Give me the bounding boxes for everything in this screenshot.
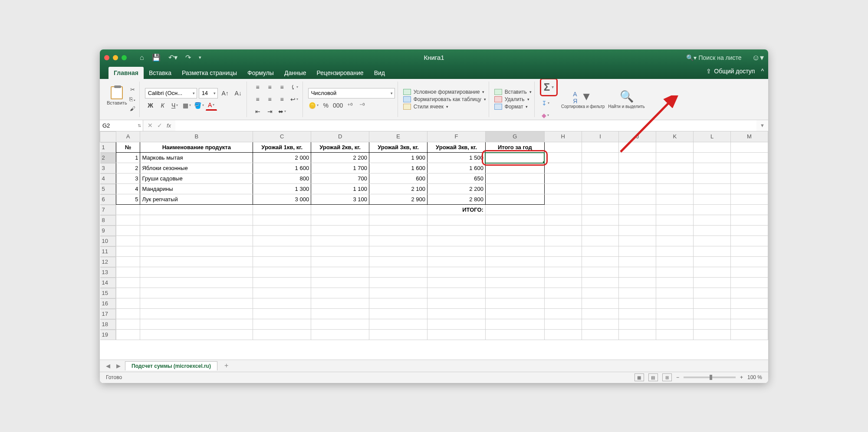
home-icon[interactable]: ⌂ xyxy=(140,54,144,62)
cell-L12[interactable] xyxy=(694,257,731,267)
cell-E13[interactable] xyxy=(369,267,427,278)
cell-L1[interactable] xyxy=(694,142,731,153)
tab-view[interactable]: Вид xyxy=(369,67,390,79)
cell-B14[interactable] xyxy=(140,278,253,288)
view-page-layout-icon[interactable]: ▤ xyxy=(648,373,658,381)
align-right-icon[interactable]: ≡ xyxy=(276,94,288,105)
qat-chevron-icon[interactable]: ▾ xyxy=(199,55,201,60)
cell-G9[interactable] xyxy=(485,226,544,236)
cell-J17[interactable] xyxy=(619,309,656,319)
col-header-L[interactable]: L xyxy=(694,131,731,142)
cell-E3[interactable]: 1 600 xyxy=(369,163,427,173)
tab-insert[interactable]: Вставка xyxy=(144,67,177,79)
cell-A5[interactable]: 4 xyxy=(116,184,140,194)
cell-M6[interactable] xyxy=(731,194,768,205)
cell-G13[interactable] xyxy=(485,267,544,278)
cell-I4[interactable] xyxy=(582,173,619,184)
cell-E9[interactable] xyxy=(369,226,427,236)
spreadsheet-grid[interactable]: ABCDEFGHIJKLM1№Наименование продуктаУрож… xyxy=(100,131,768,360)
cell-K17[interactable] xyxy=(656,309,694,319)
cell-A19[interactable] xyxy=(116,330,140,340)
paste-button[interactable]: Вставить xyxy=(107,86,127,112)
cell-E1[interactable]: Урожай 3кв, кг. xyxy=(369,142,427,153)
cell-F15[interactable] xyxy=(427,288,485,298)
cell-H9[interactable] xyxy=(544,226,582,236)
conditional-formatting-button[interactable]: Условное форматирование▾ xyxy=(403,89,486,95)
save-icon[interactable]: 💾 xyxy=(152,53,161,62)
cell-A14[interactable] xyxy=(116,278,140,288)
row-header-17[interactable]: 17 xyxy=(100,309,116,319)
cell-I7[interactable] xyxy=(582,205,619,215)
cell-I19[interactable] xyxy=(582,330,619,340)
cell-L18[interactable] xyxy=(694,319,731,330)
cell-B2[interactable]: Марковь мытая xyxy=(140,153,253,163)
cell-M16[interactable] xyxy=(731,298,768,309)
cell-K13[interactable] xyxy=(656,267,694,278)
cell-J10[interactable] xyxy=(619,236,656,246)
cell-K5[interactable] xyxy=(656,184,694,194)
cell-H12[interactable] xyxy=(544,257,582,267)
cell-B3[interactable]: Яблоки сезонные xyxy=(140,163,253,173)
cell-D1[interactable]: Урожай 2кв, кг. xyxy=(311,142,369,153)
cell-A11[interactable] xyxy=(116,246,140,257)
cell-F14[interactable] xyxy=(427,278,485,288)
view-normal-icon[interactable]: ▦ xyxy=(635,373,644,381)
close-window-button[interactable] xyxy=(104,55,109,60)
cell-F17[interactable] xyxy=(427,309,485,319)
cell-H3[interactable] xyxy=(544,163,582,173)
cell-H15[interactable] xyxy=(544,288,582,298)
cell-K18[interactable] xyxy=(656,319,694,330)
expand-formula-bar-icon[interactable]: ▼ xyxy=(756,123,768,128)
cell-D10[interactable] xyxy=(311,236,369,246)
cell-I11[interactable] xyxy=(582,246,619,257)
cell-A6[interactable]: 5 xyxy=(116,194,140,205)
cell-M1[interactable] xyxy=(731,142,768,153)
align-bottom-icon[interactable]: ≡ xyxy=(276,82,288,92)
cell-H13[interactable] xyxy=(544,267,582,278)
cell-M15[interactable] xyxy=(731,288,768,298)
formula-input[interactable] xyxy=(175,120,756,131)
merge-cells-icon[interactable]: ⬌ xyxy=(276,106,288,117)
undo-icon[interactable]: ↶▾ xyxy=(168,53,178,62)
name-box[interactable]: G2 xyxy=(100,120,143,131)
share-button[interactable]: ⇪ Общий доступ ^ xyxy=(706,68,764,75)
row-header-16[interactable]: 16 xyxy=(100,298,116,309)
cell-L13[interactable] xyxy=(694,267,731,278)
cell-C7[interactable] xyxy=(253,205,311,215)
row-header-13[interactable]: 13 xyxy=(100,267,116,278)
cell-H16[interactable] xyxy=(544,298,582,309)
cell-C15[interactable] xyxy=(253,288,311,298)
cell-A8[interactable] xyxy=(116,215,140,226)
cell-G15[interactable] xyxy=(485,288,544,298)
cell-D9[interactable] xyxy=(311,226,369,236)
cell-G12[interactable] xyxy=(485,257,544,267)
cell-M13[interactable] xyxy=(731,267,768,278)
cell-K6[interactable] xyxy=(656,194,694,205)
cell-B5[interactable]: Мандарины xyxy=(140,184,253,194)
cell-J5[interactable] xyxy=(619,184,656,194)
cell-K8[interactable] xyxy=(656,215,694,226)
sort-filter-button[interactable]: AЯ▼ Сортировка и фильтр xyxy=(561,90,605,109)
cell-C2[interactable]: 2 000 xyxy=(253,153,311,163)
cell-G19[interactable] xyxy=(485,330,544,340)
font-size-select[interactable]: 14 xyxy=(199,88,218,98)
cell-G14[interactable] xyxy=(485,278,544,288)
cell-C5[interactable]: 1 300 xyxy=(253,184,311,194)
cell-M11[interactable] xyxy=(731,246,768,257)
format-painter-icon[interactable]: 🖌 xyxy=(129,105,137,112)
cell-F10[interactable] xyxy=(427,236,485,246)
cell-A13[interactable] xyxy=(116,267,140,278)
cell-A12[interactable] xyxy=(116,257,140,267)
feedback-icon[interactable]: ☺▾ xyxy=(752,53,764,62)
cell-C18[interactable] xyxy=(253,319,311,330)
row-header-19[interactable]: 19 xyxy=(100,330,116,340)
cell-L16[interactable] xyxy=(694,298,731,309)
cell-J19[interactable] xyxy=(619,330,656,340)
col-header-D[interactable]: D xyxy=(311,131,369,142)
cell-M12[interactable] xyxy=(731,257,768,267)
percent-icon[interactable]: % xyxy=(320,100,332,111)
tab-formulas[interactable]: Формулы xyxy=(242,67,279,79)
cell-I10[interactable] xyxy=(582,236,619,246)
cell-J4[interactable] xyxy=(619,173,656,184)
cell-H17[interactable] xyxy=(544,309,582,319)
